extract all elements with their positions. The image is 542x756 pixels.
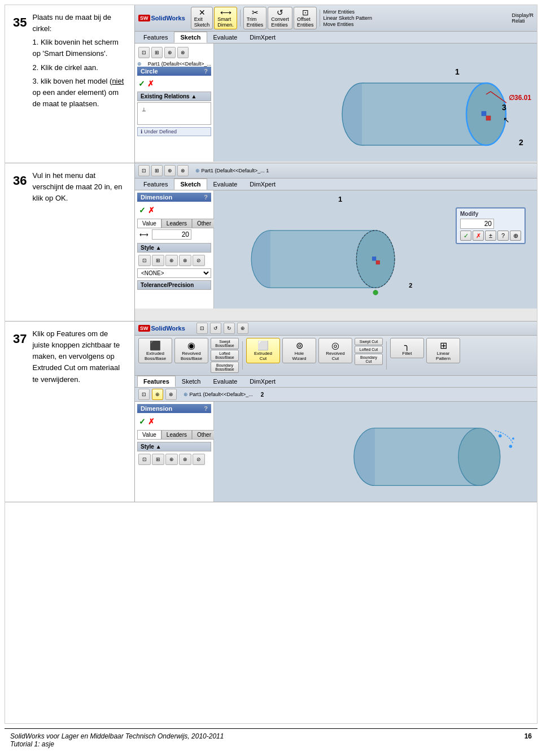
tab-sketch-36[interactable]: Sketch <box>174 179 207 190</box>
sw-ui-36: ⊡ ⊞ ⊕ ⊗ ⊕ Part1 (Default<<Default>_... 1 <box>135 163 537 321</box>
dim-check-36[interactable]: ✓ <box>139 206 146 215</box>
style-icon-1[interactable]: ⊡ <box>138 255 151 266</box>
circle-cross[interactable]: ✗ <box>147 79 154 88</box>
tolerance-label-36: Tolerance/Precision <box>141 282 194 288</box>
tab-dimxpert-35[interactable]: DimXpert <box>243 32 282 43</box>
smart-dimension-btn[interactable]: ⟷ SmartDimen. <box>214 7 237 29</box>
swept-cut-label: Swept Cut <box>360 340 378 344</box>
dim-value-input[interactable] <box>152 229 191 240</box>
extruded-cut-label: ExtrudedCut <box>254 351 272 361</box>
tb-icon-2[interactable]: ⊞ <box>151 165 163 176</box>
tab-evaluate-35[interactable]: Evaluate <box>207 32 244 43</box>
style-header-37: Style ▲ <box>137 442 211 451</box>
modify-buttons-36: ✓ ✗ ± ? ⊕ <box>460 231 521 241</box>
tab-features-37[interactable]: Features <box>137 376 176 387</box>
tab-sketch-35[interactable]: Sketch <box>174 32 207 43</box>
fillet-btn[interactable]: ╮ Fillet <box>390 338 424 358</box>
si-2-37[interactable]: ⊞ <box>152 454 164 465</box>
boundary-boss-btn[interactable]: Boundary Boss/Base <box>211 362 239 373</box>
si-3-37[interactable]: ⊕ <box>165 454 178 465</box>
boundary-cut-btn[interactable]: Boundary Cut <box>355 354 383 365</box>
style-icon-3[interactable]: ⊕ <box>165 255 178 266</box>
footer-subtitle: Tutorial 1: asje <box>10 740 54 748</box>
dim-tab-leaders-37[interactable]: Leaders <box>161 430 192 440</box>
tab-features-35[interactable]: Features <box>137 32 174 43</box>
dim-style-icons: ⊡ ⊞ ⊕ ⊗ ⊘ <box>137 254 211 267</box>
dim-tab-value-37[interactable]: Value <box>137 430 161 440</box>
modify-cancel-btn[interactable]: ✗ <box>473 231 484 241</box>
dim-cross-37[interactable]: ✗ <box>148 417 155 426</box>
svg-rect-22 <box>372 257 376 260</box>
sub-breadcrumb-37: ⊕ Part1 (Default<<Default>_... <box>183 392 253 397</box>
breadcrumb-text: Part1 (Default<<Default>_... <box>148 61 211 67</box>
footer-page-number: 16 <box>524 732 532 740</box>
tab-sketch-37[interactable]: Sketch <box>176 376 207 387</box>
style-icon-2[interactable]: ⊞ <box>152 255 164 266</box>
none-select-36[interactable]: <NONE> <box>137 268 211 278</box>
offset-entities-btn[interactable]: ⊡ OffsetEntities <box>294 7 317 29</box>
sw-tabs-35: Features Sketch Evaluate DimXpert <box>135 32 537 44</box>
si-1-37[interactable]: ⊡ <box>138 454 151 465</box>
dim-check-37[interactable]: ✓ <box>139 417 146 426</box>
step-37-right: SW SolidWorks ⊡ ↺ ↻ ⊕ ⬛ <box>135 321 537 502</box>
tab-evaluate-37[interactable]: Evaluate <box>207 376 244 387</box>
swept-boss-btn[interactable]: Swept Boss/Base <box>211 338 239 349</box>
dim-tab-value[interactable]: Value <box>137 219 161 228</box>
dimension-header-37: Dimension ? <box>137 404 211 413</box>
modify-extra-btn[interactable]: ⊕ <box>510 231 521 241</box>
dim-tab-leaders[interactable]: Leaders <box>161 219 192 228</box>
tab-dimxpert-36[interactable]: DimXpert <box>243 179 282 190</box>
tb-icon-4[interactable]: ⊗ <box>177 165 189 176</box>
extruded-cut-btn[interactable]: ⬜ ExtrudedCut <box>246 338 280 363</box>
boss-base-sub-group: Swept Boss/Base Lofted Boss/Base Boundar… <box>211 338 239 373</box>
vp-label-1-36: 1 <box>338 195 342 203</box>
modify-help-btn[interactable]: ? <box>497 231 509 241</box>
toolbar-sep-2 <box>320 10 320 27</box>
style-icon-5[interactable]: ⊘ <box>193 255 205 266</box>
tab-dimxpert-37[interactable]: DimXpert <box>243 376 282 387</box>
modify-input-36[interactable] <box>460 219 494 229</box>
si-4-37[interactable]: ⊗ <box>179 454 191 465</box>
tt-icon-3[interactable]: ↻ <box>224 323 235 334</box>
exit-sketch-btn[interactable]: ✕ ExitSketch <box>191 7 213 29</box>
revolved-cut-label: RevolvedCut <box>326 351 344 361</box>
tt-icon-1[interactable]: ⊡ <box>196 323 208 334</box>
tab-features-36[interactable]: Features <box>137 179 174 190</box>
style-icon-4[interactable]: ⊗ <box>179 255 191 266</box>
linear-pattern-btn[interactable]: ⊞ LinearPattern <box>426 338 460 363</box>
cylinder-svg-36: 2 <box>214 202 451 309</box>
tb-icon-3[interactable]: ⊕ <box>164 165 176 176</box>
dim-tab-other-37[interactable]: Other <box>192 430 216 440</box>
sub-icon-2[interactable]: ⊕ <box>152 389 163 400</box>
step-row-36: 36 Vul in het menu dat verschijnt de maa… <box>5 163 537 321</box>
lofted-cut-btn[interactable]: Lofted Cut <box>355 346 383 353</box>
sub-icon-3[interactable]: ⊗ <box>165 389 177 400</box>
sw-logo-box-37: SW <box>138 325 150 332</box>
tab-evaluate-36[interactable]: Evaluate <box>207 179 244 190</box>
extruded-boss-base-btn[interactable]: ⬛ ExtrudedBoss/Base <box>138 338 172 363</box>
hole-wizard-btn[interactable]: ⊚ HoleWizard <box>282 338 316 363</box>
circle-check[interactable]: ✓ <box>138 79 145 88</box>
revolved-boss-base-btn[interactable]: ◉ RevolvedBoss/Base <box>174 338 208 363</box>
sub-icon-1[interactable]: ⊡ <box>138 389 150 400</box>
trim-entities-btn[interactable]: ✂ TrimEntities <box>243 7 267 29</box>
panel-icon-3: ⊕ <box>164 47 176 58</box>
svg-text:1: 1 <box>455 67 460 76</box>
tt-icon-2[interactable]: ↺ <box>210 323 221 334</box>
modify-rebuild-btn[interactable]: ± <box>485 231 496 241</box>
tb-icon-1[interactable]: ⊡ <box>138 165 150 176</box>
swept-cut-btn[interactable]: Swept Cut <box>355 338 383 345</box>
dim-tab-other[interactable]: Other <box>192 219 216 228</box>
modify-box-36: Modify ✓ ✗ ± ? ⊕ <box>456 207 526 244</box>
modify-ok-btn[interactable]: ✓ <box>460 231 471 241</box>
dim-cross-36[interactable]: ✗ <box>148 206 155 215</box>
dim-tabs-36: Value Leaders Other <box>137 219 211 228</box>
sw-toolbar-35: SW SolidWorks ✕ ExitSketch ⟷ SmartDimen. <box>135 5 537 32</box>
sw-viewport-36: Modify ✓ ✗ ± ? ⊕ <box>214 190 537 309</box>
cylinder-svg-35: ∅36.011 1 2 3 ↖ <box>317 49 531 162</box>
convert-entities-btn[interactable]: ↺ ConvertEntities <box>268 7 292 29</box>
revolved-cut-btn[interactable]: ◎ RevolvedCut <box>318 338 352 363</box>
tt-icon-4[interactable]: ⊕ <box>237 323 248 334</box>
lofted-boss-btn[interactable]: Lofted Boss/Base <box>211 350 239 361</box>
si-5-37[interactable]: ⊘ <box>193 454 205 465</box>
